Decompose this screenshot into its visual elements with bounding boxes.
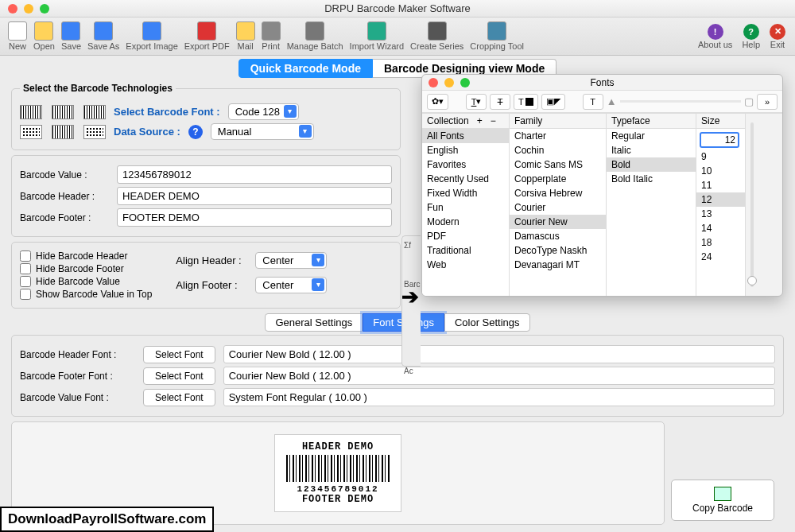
size-input[interactable] <box>700 132 739 148</box>
import-wizard-button[interactable]: Import Wizard <box>350 21 404 51</box>
batch-icon <box>305 21 324 41</box>
footer-font-value: Courier New Bold ( 12.00 ) <box>223 367 775 385</box>
family-list[interactable]: Family CharterCochinComic Sans MSCopperp… <box>510 114 607 296</box>
create-series-button[interactable]: Create Series <box>410 21 463 51</box>
show-top-checkbox[interactable]: Show Barcode Value in Top <box>20 289 152 300</box>
list-item[interactable]: Favorites <box>422 157 509 172</box>
hide-header-checkbox[interactable]: Hide Barcode Header <box>20 250 152 262</box>
list-item[interactable]: 18 <box>696 235 745 250</box>
list-item[interactable]: 11 <box>696 178 745 192</box>
cropping-tool-button[interactable]: Cropping Tool <box>470 21 524 51</box>
barcode-type-icon[interactable] <box>20 125 42 139</box>
text-color-button[interactable]: T <box>514 94 538 110</box>
barcode-type-icon[interactable] <box>83 125 106 139</box>
list-item[interactable]: Corsiva Hebrew <box>510 186 606 200</box>
close-window[interactable] <box>8 4 17 14</box>
hide-footer-checkbox[interactable]: Hide Barcode Footer <box>20 263 152 274</box>
minimize-window[interactable] <box>24 4 33 14</box>
list-item[interactable]: 13 <box>696 207 745 221</box>
barcode-header-input[interactable] <box>117 187 392 205</box>
data-source-label: Data Source : <box>114 126 180 138</box>
list-item[interactable]: 14 <box>696 221 745 235</box>
tab-color-settings[interactable]: Color Settings <box>444 313 530 332</box>
maximize-window[interactable] <box>40 4 49 14</box>
export-image-button[interactable]: Export Image <box>126 21 177 51</box>
tab-general-settings[interactable]: General Settings <box>265 313 363 332</box>
fonts-title: Fonts <box>422 77 782 88</box>
save-as-button[interactable]: Save As <box>87 21 119 51</box>
list-item[interactable]: 12 <box>696 192 745 207</box>
list-item[interactable]: Bold Italic <box>607 172 696 186</box>
list-item[interactable]: Web <box>422 258 509 272</box>
exit-button[interactable]: ✕Exit <box>770 24 785 49</box>
select-footer-font-button[interactable]: Select Font <box>143 367 215 385</box>
export-pdf-button[interactable]: Export PDF <box>184 21 230 51</box>
open-button[interactable]: Open <box>33 21 55 51</box>
fonts-gear-button[interactable]: ✿▾ <box>427 94 448 110</box>
list-item[interactable]: All Fonts <box>422 129 509 143</box>
tab-quick-mode[interactable]: Quick Barcode Mode <box>238 59 373 78</box>
save-button[interactable]: Save <box>61 21 81 51</box>
typeface-list[interactable]: Typeface RegularItalicBoldBold Italic <box>607 114 696 296</box>
bg-color-button[interactable]: ▣◤ <box>541 94 565 110</box>
list-item[interactable]: Cochin <box>510 143 606 157</box>
print-icon <box>262 21 281 41</box>
list-item[interactable]: Modern <box>422 215 509 229</box>
list-item[interactable]: DecoType Naskh <box>510 243 606 258</box>
copy-barcode-button[interactable]: Copy Barcode <box>671 480 774 521</box>
list-item[interactable]: Damascus <box>510 229 606 243</box>
header-font-label: Barcode Header Font : <box>20 349 135 360</box>
footer-font-label: Barcode Footer Font : <box>20 371 135 382</box>
list-item[interactable]: 24 <box>696 250 745 264</box>
select-header-font-button[interactable]: Select Font <box>143 346 215 363</box>
select-value-font-button[interactable]: Select Font <box>143 389 215 406</box>
list-item[interactable]: Courier New <box>510 215 606 229</box>
list-item[interactable]: Devanagari MT <box>510 258 606 272</box>
align-footer-select[interactable]: Center <box>255 277 327 293</box>
barcode-value-input[interactable] <box>117 165 392 184</box>
file-icon <box>8 21 27 41</box>
collection-list[interactable]: Collection + − All FontsEnglishFavorites… <box>422 114 510 296</box>
data-source-select[interactable]: Manual <box>211 123 314 140</box>
list-item[interactable]: English <box>422 143 509 157</box>
barcode-type-icon[interactable] <box>20 105 42 119</box>
about-us-button[interactable]: !About us <box>698 24 732 49</box>
underline-button[interactable]: T▾ <box>466 94 487 110</box>
list-item[interactable]: Charter <box>510 129 606 143</box>
list-item[interactable]: Fun <box>422 200 509 215</box>
new-button[interactable]: New <box>8 21 27 51</box>
list-item[interactable]: Regular <box>607 129 696 143</box>
barcode-type-icon[interactable] <box>52 105 74 119</box>
list-item[interactable]: Courier <box>510 200 606 215</box>
list-item[interactable]: Recently Used <box>422 172 509 186</box>
barcode-font-select[interactable]: Code 128 <box>228 103 299 120</box>
typography-button[interactable]: T <box>583 94 603 110</box>
manage-batch-button[interactable]: Manage Batch <box>287 21 343 51</box>
help-icon[interactable]: ? <box>188 125 203 139</box>
more-button[interactable]: » <box>757 94 778 110</box>
list-item[interactable]: Comic Sans MS <box>510 157 606 172</box>
size-list[interactable]: Size 910111213141824 <box>696 114 746 296</box>
help-button[interactable]: ?Help <box>742 24 760 49</box>
barcode-values-group: Barcode Value : Barcode Header : Barcode… <box>11 155 401 237</box>
barcode-card: HEADER DEMO 123456789012 FOOTER DEMO <box>274 434 401 512</box>
list-item[interactable]: Copperplate <box>510 172 606 186</box>
strikethrough-button[interactable]: T <box>490 94 510 110</box>
list-item[interactable]: PDF <box>422 229 509 243</box>
list-item[interactable]: 9 <box>696 150 745 164</box>
list-item[interactable]: Bold <box>607 157 696 172</box>
barcode-type-icon[interactable] <box>83 105 106 119</box>
size-slider[interactable] <box>746 114 758 296</box>
mail-button[interactable]: Mail <box>236 21 255 51</box>
align-header-select[interactable]: Center <box>255 252 327 269</box>
window-title: DRPU Barcode Maker Software <box>0 2 795 14</box>
hide-value-checkbox[interactable]: Hide Barcode Value <box>20 276 152 287</box>
print-button[interactable]: Print <box>262 21 281 51</box>
barcode-footer-input[interactable] <box>117 208 392 227</box>
list-item[interactable]: Italic <box>607 143 696 157</box>
list-item[interactable]: 10 <box>696 164 745 178</box>
preview-footer: FOOTER DEMO <box>302 494 374 505</box>
list-item[interactable]: Traditional <box>422 243 509 258</box>
list-item[interactable]: Fixed Width <box>422 186 509 200</box>
barcode-type-icon[interactable] <box>52 125 74 139</box>
